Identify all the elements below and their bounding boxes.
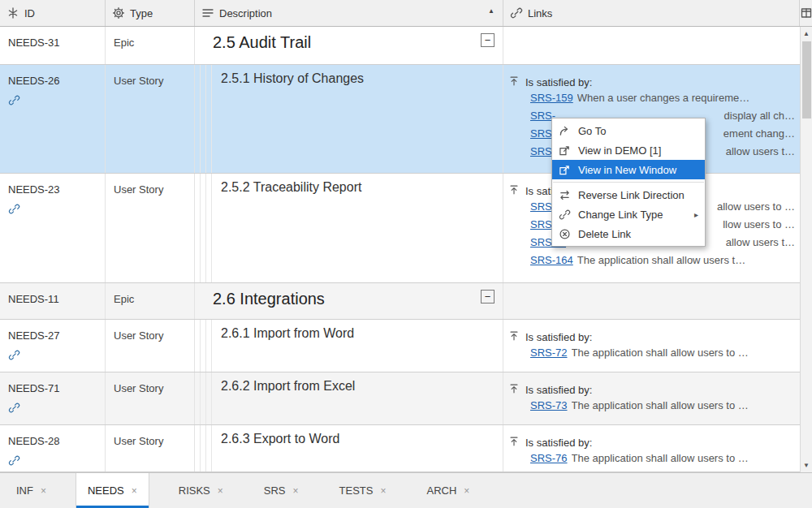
menu-item-label: Reverse Link Direction — [578, 189, 685, 201]
tab-label: SRS — [264, 484, 286, 497]
cell-type[interactable]: Epic — [106, 27, 195, 64]
document-tab-arch[interactable]: ARCH × — [415, 473, 481, 508]
reverse-direction-icon — [559, 189, 571, 201]
column-header-type[interactable]: Type — [106, 0, 195, 26]
link-line: SRS-72 The application shall allow users… — [508, 344, 795, 362]
cell-type[interactable]: User Story — [106, 65, 195, 173]
cell-id[interactable]: NEEDS-71 — [0, 372, 106, 424]
column-settings-button[interactable] — [800, 0, 812, 26]
tab-label: INF — [16, 484, 33, 497]
requirement-type: User Story — [114, 329, 163, 342]
collapse-button[interactable]: − — [481, 290, 495, 304]
cell-links[interactable]: Is satisfied by: SRS-76 The application … — [503, 425, 800, 471]
link-type-label: Is satisfied by: — [525, 331, 592, 343]
collapse-button[interactable]: − — [481, 33, 495, 47]
document-tab-risks[interactable]: RISKS × — [167, 473, 235, 508]
sort-ascending-indicator: ▲ — [488, 7, 495, 15]
table-row[interactable]: NEEDS-28 User Story 2.6.3 Export to Word… — [0, 425, 800, 472]
scroll-down-button[interactable]: ▼ — [801, 459, 812, 471]
cell-description[interactable]: 2.6 Integrations − — [195, 283, 503, 319]
table-row[interactable]: NEEDS-11 Epic 2.6 Integrations − — [0, 283, 800, 320]
satisfied-by-icon — [508, 184, 521, 197]
menu-item-label: View in New Window — [578, 164, 676, 176]
tab-close-icon[interactable]: × — [218, 485, 223, 497]
cell-description[interactable]: 2.6.3 Export to Word — [195, 425, 503, 471]
column-header-links[interactable]: Links — [503, 0, 800, 26]
list-icon — [201, 6, 214, 19]
cell-description[interactable]: 2.5 Audit Trail − — [195, 27, 503, 64]
links-header: Is satisfied by: — [508, 382, 795, 397]
submenu-arrow-icon: ▸ — [694, 210, 698, 219]
cell-id[interactable]: NEEDS-26 — [0, 65, 106, 173]
document-tab-srs[interactable]: SRS × — [253, 473, 310, 508]
menu-item-change-link-type[interactable]: Change Link Type ▸ — [552, 204, 705, 224]
cell-links[interactable]: Is satisfied by: SRS-72 The application … — [503, 320, 800, 372]
change-link-type-icon — [559, 209, 571, 221]
cell-description[interactable]: 2.6.1 Import from Word — [195, 320, 503, 372]
table-row[interactable]: NEEDS-71 User Story 2.6.2 Import from Ex… — [0, 372, 800, 425]
tab-close-icon[interactable]: × — [132, 485, 137, 497]
vertical-scrollbar[interactable]: ▲ ▼ — [800, 27, 812, 472]
tab-close-icon[interactable]: × — [41, 485, 46, 497]
cell-links[interactable] — [503, 283, 800, 319]
document-tab-tests[interactable]: TESTS × — [328, 473, 398, 508]
satisfied-by-icon — [508, 75, 521, 88]
tab-label: RISKS — [179, 484, 210, 497]
cell-type[interactable]: User Story — [106, 425, 195, 471]
link-ref[interactable]: SRS-76 — [530, 450, 568, 467]
menu-item-delete-link[interactable]: Delete Link — [552, 224, 705, 243]
scroll-up-button[interactable]: ▲ — [801, 28, 812, 40]
menu-item-reverse-link-direction[interactable]: Reverse Link Direction — [552, 185, 705, 204]
link-line: SRS-73 The application shall allow users… — [508, 397, 795, 415]
cell-description[interactable]: 2.5.1 History of Changes — [195, 65, 503, 173]
link-type-label: Is satisfied by: — [525, 76, 592, 88]
table-row[interactable]: NEEDS-27 User Story 2.6.1 Import from Wo… — [0, 320, 800, 372]
menu-item-label: View in DEMO [1] — [578, 144, 661, 157]
satisfied-by-icon — [508, 383, 521, 396]
menu-item-view-in-new-window[interactable]: View in New Window — [552, 160, 705, 179]
delete-link-icon — [559, 228, 571, 240]
requirement-id: NEEDS-71 — [8, 382, 60, 394]
link-ref-text-tail: allow users t… — [726, 143, 795, 161]
cell-type[interactable]: Epic — [106, 283, 195, 319]
cell-type[interactable]: User Story — [106, 320, 195, 372]
column-header-id[interactable]: ID — [0, 0, 106, 26]
cell-links[interactable] — [503, 27, 800, 64]
description-text: 2.6.3 Export to Word — [221, 432, 339, 446]
document-tab-needs[interactable]: NEEDS × — [76, 473, 149, 508]
go-to-icon — [559, 125, 571, 137]
link-type-label: Is satisfied by: — [525, 437, 592, 449]
cell-type[interactable]: User Story — [106, 174, 195, 282]
table-columns-icon — [800, 6, 812, 19]
cell-description[interactable]: 2.6.2 Import from Excel — [195, 372, 503, 424]
cell-description[interactable]: 2.5.2 Traceability Report — [195, 174, 503, 282]
menu-item-view-in-demo-1[interactable]: View in DEMO [1] — [552, 140, 705, 160]
has-links-icon — [8, 454, 97, 469]
grid-header: ID Type Description ▲ Links — [0, 0, 812, 27]
tab-close-icon[interactable]: × — [464, 485, 469, 497]
column-label-id: ID — [24, 7, 35, 19]
link-ref[interactable]: SRS-159 — [530, 89, 573, 107]
cell-id[interactable]: NEEDS-31 — [0, 27, 106, 64]
link-ref[interactable]: SRS-164 — [530, 252, 573, 269]
cell-id[interactable]: NEEDS-23 — [0, 174, 106, 282]
requirement-type: Epic — [114, 37, 134, 49]
cell-id[interactable]: NEEDS-27 — [0, 320, 106, 372]
requirement-type: User Story — [114, 382, 163, 394]
link-ref[interactable]: SRS-72 — [530, 344, 568, 362]
scrollbar-thumb[interactable] — [802, 41, 811, 118]
tab-close-icon[interactable]: × — [293, 485, 299, 497]
description-text: 2.6 Integrations — [213, 290, 325, 308]
tab-close-icon[interactable]: × — [380, 485, 386, 497]
cell-id[interactable]: NEEDS-28 — [0, 425, 106, 471]
column-header-description[interactable]: Description ▲ — [195, 0, 503, 26]
link-ref-text-tail: llow users to … — [723, 216, 795, 234]
document-tab-inf[interactable]: INF × — [5, 473, 58, 508]
cell-type[interactable]: User Story — [106, 372, 195, 424]
cell-id[interactable]: NEEDS-11 — [0, 283, 106, 319]
link-ref[interactable]: SRS-73 — [530, 397, 568, 415]
cell-links[interactable]: Is satisfied by: SRS-73 The application … — [503, 372, 800, 424]
menu-item-go-to[interactable]: Go To — [552, 121, 705, 140]
table-row[interactable]: NEEDS-31 Epic 2.5 Audit Trail − — [0, 27, 800, 65]
link-icon — [510, 6, 523, 19]
